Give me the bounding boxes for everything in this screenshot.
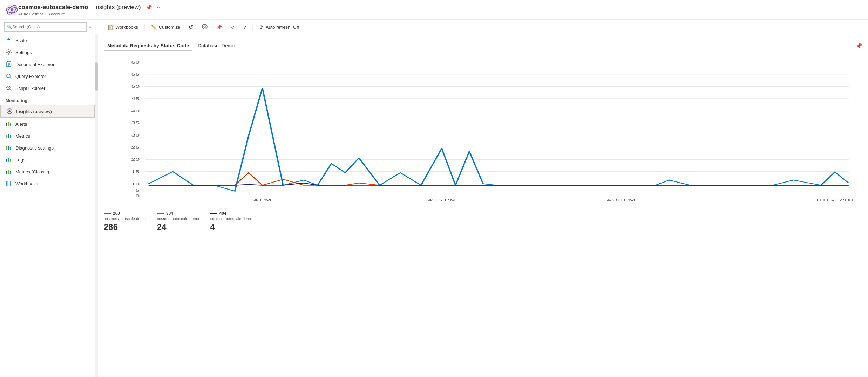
svg-rect-24 (8, 134, 9, 138)
svg-point-14 (7, 86, 10, 90)
legend-series-304: cosmos-autoscale-demo (157, 217, 199, 221)
workbooks-icon (6, 180, 12, 187)
svg-rect-22 (10, 123, 11, 126)
metrics-icon (6, 133, 12, 139)
svg-rect-23 (6, 135, 7, 138)
sidebar: 🔍 « Scale Settings (0, 20, 98, 377)
svg-text:60: 60 (131, 60, 140, 65)
emoji-button[interactable]: ☺ (227, 23, 238, 32)
insights-icon (6, 108, 13, 114)
emoji-icon: ☺ (230, 25, 235, 30)
pin-toolbar-icon: 📌 (216, 25, 222, 30)
sidebar-scroll-area: Scale Settings Document Explorer (0, 34, 98, 377)
workbooks-button[interactable]: 📋 Workbooks (104, 23, 142, 32)
header-divider: | (90, 4, 92, 12)
sidebar-item-metrics-classic[interactable]: Metrics (Classic) (0, 166, 95, 178)
sidebar-item-alerts[interactable]: Alerts (0, 118, 95, 130)
content-area: 📋 Workbooks ✏️ Customize ↺ 📌 ☺ (98, 20, 868, 377)
svg-text:0: 0 (135, 194, 140, 198)
clock-icon: ⏱ (259, 25, 264, 30)
collapse-sidebar-button[interactable]: « (87, 24, 94, 31)
svg-text:4 PM: 4 PM (253, 198, 271, 202)
legend-color-200 (104, 213, 111, 214)
x-axis: 4 PM 4:15 PM 4:30 PM UTC-07:00 (253, 198, 853, 202)
sidebar-item-logs-label: Logs (15, 157, 25, 163)
svg-rect-28 (10, 147, 11, 150)
legend-item-200: 200 cosmos-autoscale-demo 286 (104, 211, 146, 232)
legend-code-404: 404 (219, 211, 226, 216)
svg-text:45: 45 (131, 96, 140, 101)
sidebar-item-document-explorer[interactable]: Document Explorer (0, 58, 95, 70)
sidebar-item-scale-label: Scale (15, 38, 27, 43)
search-input[interactable] (4, 22, 87, 32)
sidebar-item-insights[interactable]: Insights (preview) (0, 105, 95, 118)
svg-point-38 (204, 26, 206, 28)
pin-icon[interactable]: 📌 (146, 5, 152, 10)
customize-button[interactable]: ✏️ Customize (148, 23, 184, 32)
legend-code-200: 200 (113, 211, 120, 216)
sidebar-item-document-explorer-label: Document Explorer (15, 62, 54, 67)
auto-refresh-label: Auto refresh: Off (266, 25, 299, 30)
svg-rect-32 (6, 171, 7, 174)
sidebar-item-workbooks[interactable]: Workbooks (0, 178, 95, 190)
metrics-classic-icon (6, 168, 12, 175)
legend-value-200: 286 (104, 222, 146, 232)
alerts-icon (6, 121, 12, 127)
svg-text:50: 50 (131, 84, 140, 89)
chart-title: Metadata Requests by Status Code (104, 41, 192, 51)
sidebar-item-metrics-label: Metrics (15, 133, 30, 139)
svg-rect-29 (6, 159, 7, 162)
sidebar-items-list: Scale Settings Document Explorer (0, 34, 95, 377)
legend-series-200: cosmos-autoscale-demo (104, 217, 146, 221)
auto-refresh-button[interactable]: ⏱ Auto refresh: Off (256, 23, 303, 32)
chart-subtitle: - Database: Demo (195, 43, 235, 48)
legend-value-404: 4 (210, 222, 252, 232)
diagnostic-icon (6, 145, 12, 151)
sidebar-scrollbar[interactable] (95, 34, 98, 377)
svg-text:25: 25 (131, 145, 140, 150)
cosmos-toolbar-icon (202, 24, 208, 31)
sidebar-item-diagnostic[interactable]: Diagnostic settings (0, 142, 95, 154)
customize-icon: ✏️ (151, 25, 157, 30)
help-icon: ? (244, 25, 246, 30)
monitoring-section-title: Monitoring (0, 94, 95, 105)
svg-rect-5 (7, 39, 10, 40)
svg-rect-30 (8, 158, 9, 162)
svg-text:5: 5 (135, 188, 140, 192)
legend-color-404 (210, 213, 217, 214)
svg-rect-21 (8, 122, 9, 126)
svg-text:20: 20 (131, 157, 140, 162)
svg-rect-26 (6, 146, 7, 150)
main-layout: 🔍 « Scale Settings (0, 20, 868, 377)
svg-text:40: 40 (131, 108, 140, 113)
sidebar-item-logs[interactable]: Logs (0, 154, 95, 166)
svg-text:55: 55 (131, 72, 140, 77)
app-subtitle: Azure Cosmos DB account (18, 12, 160, 16)
help-button[interactable]: ? (240, 23, 250, 32)
svg-line-13 (10, 77, 11, 79)
sidebar-item-query-explorer[interactable]: Query Explorer (0, 70, 95, 82)
svg-text:4:30 PM: 4:30 PM (607, 198, 635, 202)
svg-rect-25 (10, 135, 11, 138)
svg-rect-33 (8, 170, 9, 174)
svg-point-37 (202, 24, 207, 29)
cosmos-db-icon (6, 4, 18, 16)
sidebar-item-script-explorer[interactable]: Script Explorer (0, 82, 95, 94)
cosmos-feedback-button[interactable] (198, 22, 211, 33)
sidebar-item-metrics[interactable]: Metrics (0, 130, 95, 142)
sidebar-item-query-explorer-label: Query Explorer (15, 74, 46, 79)
settings-icon (6, 49, 12, 55)
toolbar-divider-2 (252, 24, 253, 31)
refresh-button[interactable]: ↺ (185, 22, 197, 32)
header-title-block: cosmos-autoscale-demo | Insights (previe… (18, 4, 160, 16)
chart-pin-button[interactable]: 📌 (855, 42, 862, 49)
ellipsis-icon[interactable]: ··· (155, 4, 160, 11)
legend-series-404: cosmos-autoscale-demo (210, 217, 252, 221)
sidebar-item-scale[interactable]: Scale (0, 34, 95, 46)
svg-rect-4 (6, 41, 11, 41)
svg-text:4:15 PM: 4:15 PM (428, 198, 456, 202)
sidebar-item-settings[interactable]: Settings (0, 46, 95, 58)
pin-button[interactable]: 📌 (213, 23, 225, 32)
sidebar-item-script-explorer-label: Script Explorer (15, 86, 45, 91)
header: cosmos-autoscale-demo | Insights (previe… (0, 0, 868, 20)
